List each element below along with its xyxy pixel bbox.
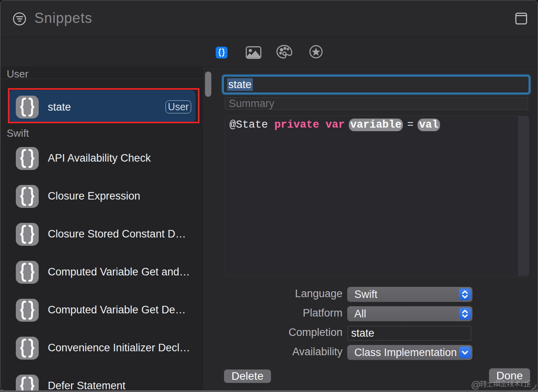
svg-text:@: @ xyxy=(471,379,481,390)
